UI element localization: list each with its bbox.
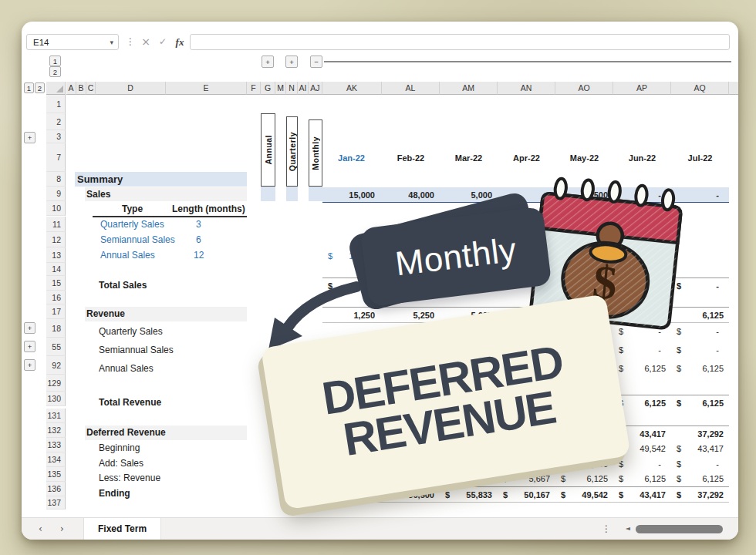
row-header-9[interactable]: 9 [46,187,66,201]
row-header-11[interactable]: 11 [46,217,66,232]
cancel-icon[interactable]: × [139,34,153,50]
cell-beginning-Jul-22[interactable]: $43,417 [671,441,729,456]
row-header-17[interactable]: 17 [46,304,66,319]
row-outline-level-1-button[interactable]: 1 [49,56,61,66]
revenue-section-label[interactable]: Revenue [86,308,125,319]
cell-total_sales-Jun-22[interactable]: $- [613,278,671,293]
insert-function-icon[interactable]: fx [173,34,187,50]
type-column-header[interactable]: Type [122,204,143,214]
formula-input[interactable] [190,34,730,50]
row-header-18[interactable]: 18 [46,319,66,338]
deferred-row-less-revenue[interactable]: Less: Revenue [99,473,160,483]
cell-total_sales-May-22[interactable]: $5,500 [555,278,613,293]
cell-ending-Jul-22[interactable]: $37,292 [671,487,729,502]
cell-revenue-Jun-22[interactable]: 6,125 [613,308,671,322]
cell-rev_semiannual-Jul-22[interactable]: $- [671,341,729,358]
len-semiannual[interactable]: 6 [196,234,201,245]
column-header-A[interactable]: A [66,82,76,95]
revenue-row-quarterly[interactable]: Quarterly Sales [99,326,163,337]
cell-add_sales-Jul-22[interactable]: $- [671,456,729,471]
vertical-label-annual[interactable]: Annual [261,113,275,187]
row-header-130[interactable]: 130 [46,392,66,406]
column-header-F[interactable]: F [247,82,261,95]
row-header-14[interactable]: 14 [46,263,66,276]
scroll-left-icon[interactable]: ◄ [626,518,630,540]
cell-sales-Feb-22[interactable]: 48,000 [382,187,440,202]
row-header-8[interactable]: 8 [46,172,66,187]
cell-rev_semiannual-Jun-22[interactable]: $- [613,341,671,358]
prev-sheet-icon[interactable]: ‹ [39,518,42,540]
row-header-1[interactable]: 1 [46,95,66,113]
cell-ending-Mar-22[interactable]: $55,833 [440,487,498,502]
cell-rev_annual-Jun-22[interactable]: $6,125 [613,359,671,377]
cell-rev_annual-Jul-22[interactable]: $6,125 [671,359,729,377]
row-group-expand-button-4[interactable]: + [24,359,35,371]
month-header-Jun-22[interactable]: Jun-22 [613,151,671,165]
length-column-header[interactable]: Length (months) [172,204,245,214]
cell-less_revenue-May-22[interactable]: $6,125 [555,471,613,486]
column-header-C[interactable]: C [86,82,96,95]
cell-revenue-Feb-22[interactable]: 5,250 [382,308,440,322]
col-outline-level-2-button[interactable]: 2 [35,82,45,93]
row-header-136[interactable]: 136 [46,482,66,496]
cell-total_sales-Jul-22[interactable]: $- [671,278,729,293]
name-box-chevron-icon[interactable]: ▾ [110,35,113,51]
cell-ending-Jun-22[interactable]: $43,417 [613,487,671,502]
month-header-Jan-22[interactable]: Jan-22 [322,151,380,165]
column-header-M[interactable]: M [275,82,286,95]
name-box[interactable]: E14 ▾ [26,34,119,50]
cell-less_revenue-Jul-22[interactable]: $6,125 [671,471,729,486]
row-header-10[interactable]: 10 [46,201,66,216]
month-header-Jul-22[interactable]: Jul-22 [671,151,729,165]
cell-less_revenue-Jun-22[interactable]: $6,125 [613,471,671,486]
total-revenue-label[interactable]: Total Revenue [99,397,161,408]
month-header-Feb-22[interactable]: Feb-22 [382,151,440,165]
column-header-AL[interactable]: AL [382,82,440,95]
row-header-16[interactable]: 16 [46,291,66,304]
row-header-7[interactable]: 7 [46,143,66,172]
month-header-May-22[interactable]: May-22 [555,151,613,165]
cell-rev_quarterly-Jun-22[interactable]: $- [613,322,671,340]
column-header-N[interactable]: N [286,82,298,95]
row-header-131[interactable]: 131 [46,409,66,423]
select-all-corner[interactable] [46,82,66,95]
row-header-13[interactable]: 13 [46,247,66,263]
column-header-AM[interactable]: AM [440,82,498,95]
vertical-label-quarterly[interactable]: Quarterly [286,116,298,187]
cell-revenue-Jan-22[interactable]: 1,250 [322,308,380,322]
row-header-137[interactable]: 137 [46,496,66,510]
column-header-AI[interactable]: AI [298,82,309,95]
cell-add_sales-Jun-22[interactable]: $- [613,456,671,471]
total-sales-label[interactable]: Total Sales [99,280,147,291]
summary-title[interactable]: Summary [77,173,123,185]
cell-sales-Jun-22[interactable]: - [613,187,671,202]
deferred-section-label[interactable]: Deferred Revenue [86,427,166,438]
row-header-132[interactable]: 132 [46,423,66,438]
cell-deferred_hdr_vals-Jul-22[interactable]: 37,292 [671,426,729,441]
horizontal-scrollbar-thumb[interactable] [636,525,723,533]
cell-sales-Jul-22[interactable]: - [671,187,729,202]
column-header-D[interactable]: D [96,82,166,95]
deferred-row-beginning[interactable]: Beginning [99,442,140,453]
cell-annual_sales_jan-Jun-22[interactable] [613,248,671,263]
cell-sales-May-22[interactable]: 5,500 [555,187,613,202]
column-header-AK[interactable]: AK [322,82,382,95]
row-header-15[interactable]: 15 [46,276,66,291]
len-quarterly[interactable]: 3 [196,219,201,230]
column-header-AJ[interactable]: AJ [309,82,322,95]
row-header-129[interactable]: 129 [46,375,66,392]
row-header-133[interactable]: 133 [46,438,66,452]
len-annual[interactable]: 12 [194,250,204,261]
type-row-semiannual[interactable]: Semiannual Sales [100,234,175,245]
column-header-AN[interactable]: AN [498,82,555,95]
column-header-AO[interactable]: AO [555,82,613,95]
sheet-tab-fixed-term[interactable]: Fixed Term [83,518,161,540]
month-header-Apr-22[interactable]: Apr-22 [498,151,555,165]
sales-section-label[interactable]: Sales [86,189,110,200]
row-outline-level-2-button[interactable]: 2 [49,66,61,77]
column-header-G[interactable]: G [261,82,275,95]
cell-rev_quarterly-Jul-22[interactable]: $- [671,322,729,340]
col-group-expand-button-1[interactable]: + [262,56,274,68]
column-header-B[interactable]: B [76,82,86,95]
col-group-expand-button-2[interactable]: + [285,56,298,68]
